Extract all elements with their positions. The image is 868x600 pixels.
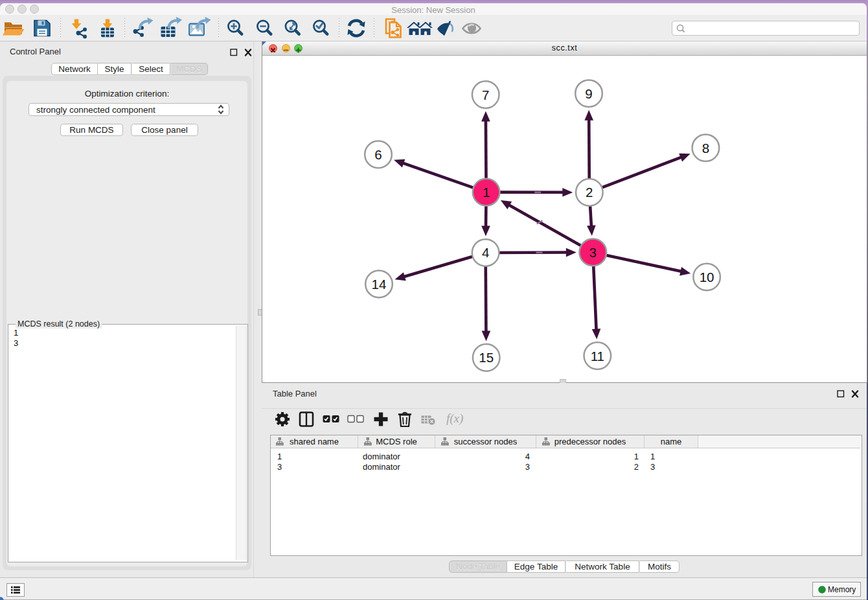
svg-text:14: 14 [372,277,387,292]
svg-text:10: 10 [700,270,714,284]
svg-text:6: 6 [374,147,382,162]
svg-text:11: 11 [591,349,604,363]
svg-text:9: 9 [585,86,592,101]
svg-text:8: 8 [702,141,709,156]
svg-text:2: 2 [586,185,593,200]
svg-text:3: 3 [589,245,597,260]
svg-text:7: 7 [482,87,489,102]
svg-text:15: 15 [479,350,494,365]
svg-text:1: 1 [483,185,490,200]
svg-text:4: 4 [482,245,489,260]
